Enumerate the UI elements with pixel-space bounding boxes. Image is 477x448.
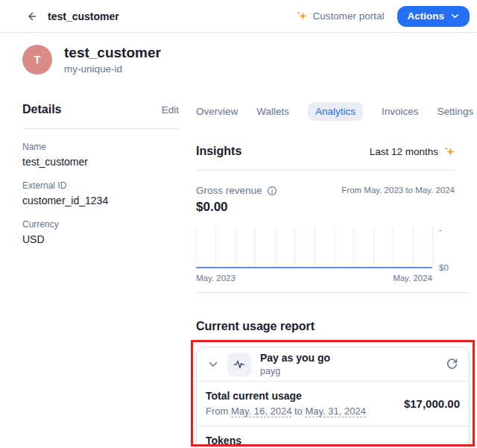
chart-gridline: [196, 227, 197, 268]
chart-gridline: [315, 227, 315, 268]
plan-code: payg: [260, 366, 330, 376]
insights-heading: Insights: [196, 145, 241, 158]
period-prefix: From: [206, 406, 231, 417]
chevron-down-icon: [207, 359, 219, 370]
arrow-left-icon: [25, 10, 37, 22]
period-start-date[interactable]: May. 16, 2024: [231, 406, 291, 417]
current-usage-card: Pay as you go payg Total current usage: [196, 347, 470, 448]
period-join: to: [291, 406, 305, 417]
field-label: External ID: [22, 180, 179, 191]
back-button[interactable]: [22, 7, 40, 25]
details-field-currency: Currency USD: [22, 219, 179, 245]
tab-overview[interactable]: Overview: [196, 102, 238, 121]
customer-portal-label: Customer portal: [312, 10, 384, 22]
x-axis-left-label: May. 2023: [196, 274, 236, 283]
sparkle-icon: [443, 146, 455, 157]
x-axis-right-label: May. 2024: [393, 274, 432, 283]
chart-gridline: [215, 227, 216, 268]
details-panel: Details Edit Name test_customer External…: [22, 101, 179, 448]
field-label: Name: [22, 142, 179, 152]
details-field-external-id: External ID customer_id_1234: [22, 180, 179, 206]
details-edit-button[interactable]: Edit: [162, 104, 179, 116]
top-bar: test_customer Customer portal Actions: [0, 0, 477, 33]
collapse-toggle[interactable]: [206, 357, 221, 372]
total-usage-row: Total current usage From May. 16, 2024 t…: [197, 381, 469, 426]
usage-period: From May. 16, 2024 to May. 31, 2024: [206, 406, 366, 417]
current-usage-heading: Current usage report: [196, 320, 455, 333]
pulse-icon: [233, 359, 245, 370]
info-icon[interactable]: [267, 186, 277, 196]
details-divider: [22, 128, 179, 129]
chart-period-label: From May. 2023 to May. 2024: [341, 185, 455, 195]
chart-plot-area: [196, 227, 432, 268]
y-axis-top-label: -: [439, 225, 442, 234]
field-value: customer_id_1234: [22, 195, 179, 206]
customer-portal-link[interactable]: Customer portal: [296, 10, 384, 22]
field-label: Currency: [22, 219, 179, 230]
chart-gridline: [255, 227, 256, 268]
plan-name: Pay as you go: [260, 352, 330, 365]
details-heading: Details: [22, 103, 61, 116]
tab-settings[interactable]: Settings: [437, 102, 474, 121]
chart-zero-line: [196, 267, 432, 268]
insights-divider: [196, 170, 455, 171]
gross-revenue-chart: - $0: [196, 227, 455, 268]
chevron-down-icon: [450, 11, 460, 21]
chart-gridline: [393, 227, 394, 268]
customer-unique-id: my-unique-id: [64, 63, 161, 75]
usage-item-name: Tokens: [206, 435, 460, 447]
tab-bar: Overview Wallets Analytics Invoices Sett…: [196, 101, 455, 121]
sparkle-icon: [296, 10, 307, 22]
gross-revenue-value: $0.00: [196, 200, 455, 215]
field-value: test_customer: [22, 156, 179, 168]
chart-gridline: [413, 227, 414, 268]
tab-analytics[interactable]: Analytics: [308, 102, 363, 121]
chart-gridline: [353, 227, 354, 268]
gross-revenue-label: Gross revenue: [196, 185, 262, 196]
field-value: USD: [22, 233, 179, 245]
page-title: test_customer: [48, 10, 119, 22]
actions-button[interactable]: Actions: [397, 6, 470, 27]
date-range-selector[interactable]: Last 12 months: [370, 146, 455, 157]
total-usage-label: Total current usage: [206, 390, 366, 402]
chart-gridline: [334, 227, 335, 268]
total-usage-amount: $17,000.00: [404, 397, 460, 410]
customer-name: test_customer: [64, 45, 161, 61]
date-range-label: Last 12 months: [370, 146, 438, 157]
avatar: T: [22, 45, 52, 75]
refresh-button[interactable]: [443, 356, 460, 373]
details-field-name: Name test_customer: [22, 142, 179, 168]
chart-gridline: [373, 227, 374, 268]
tab-invoices[interactable]: Invoices: [382, 102, 419, 121]
usage-item-row: Tokens openai_tokens: [197, 426, 469, 448]
y-axis-zero-label: $0: [439, 263, 449, 272]
tab-wallets[interactable]: Wallets: [256, 102, 289, 121]
refresh-icon: [446, 358, 458, 370]
actions-label: Actions: [407, 10, 444, 22]
period-end-date[interactable]: May. 31, 2024: [305, 406, 365, 417]
chart-gridline: [275, 227, 276, 268]
chart-gridline: [236, 227, 236, 268]
chart-gridline: [294, 227, 295, 268]
plan-icon-container: [227, 353, 251, 376]
chart-section-divider: [196, 292, 470, 293]
customer-header: T test_customer my-unique-id: [22, 45, 455, 75]
usage-card-header: Pay as you go payg: [197, 347, 469, 381]
